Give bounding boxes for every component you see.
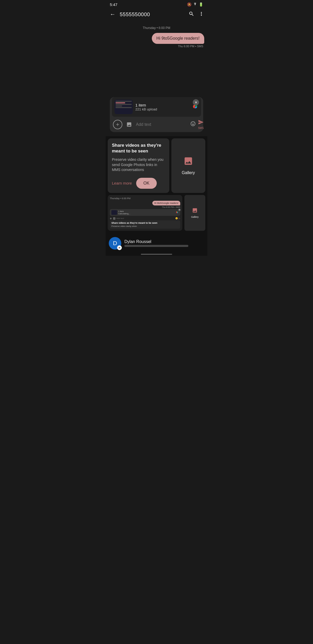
more-options-button[interactable] [198, 11, 204, 18]
compose-wrapper: 1 item 221 kB upload ✕ [110, 97, 203, 132]
gallery-icon [183, 156, 193, 168]
contact-detail [124, 245, 188, 247]
notification-muted-icon: 🔕 [187, 2, 191, 7]
contact-name: Dylan Roussel [124, 239, 204, 244]
preview-compose-text: Add text [116, 217, 174, 220]
send-icon [198, 119, 204, 127]
contact-item: D Dylan Roussel [109, 235, 204, 252]
preview-gallery-label: Gallery [191, 216, 199, 218]
feature-card-actions: Learn more OK [112, 178, 165, 189]
preview-photos-icon [176, 211, 179, 214]
contacts-area: D Dylan Roussel [106, 233, 207, 252]
gallery-panel[interactable]: Gallery [171, 138, 205, 193]
panels-area: Share videos as they're meant to be seen… [106, 136, 207, 195]
back-button[interactable]: ← [109, 10, 117, 19]
message-area: Thursday • 6:00 PM Hi 9to5Google readers… [106, 22, 207, 95]
send-label: SMS [198, 127, 204, 129]
preview-upload-mini: 1 item Calculating... ✕ [110, 209, 180, 216]
upload-thumbnail [115, 100, 133, 114]
battery-icon: 🔋 [199, 2, 203, 7]
preview-compose-mini: ⊕ 🖼 Add text 😊 ▷ [110, 217, 180, 220]
preview-feature-title: Share videos as they're meant to be seen [111, 222, 179, 224]
upload-attachment: 1 item 221 kB upload ✕ [112, 97, 201, 117]
search-button[interactable] [189, 11, 194, 18]
conversation-title: 5555550000 [120, 11, 185, 17]
preview-thumb [111, 210, 117, 215]
ok-button[interactable]: OK [136, 178, 157, 189]
timestamp-label: Thursday • 6:00 PM [109, 26, 204, 30]
upload-count: 1 item [135, 103, 189, 107]
contact-photos-badge [117, 245, 122, 250]
preview-upload-text: 1 item Calculating... [118, 210, 174, 215]
preview-gallery-icon [192, 208, 198, 215]
compose-input[interactable] [136, 122, 188, 127]
preview-compose-gallery-icon: 🖼 [113, 217, 115, 220]
wifi-icon [193, 2, 197, 7]
nav-actions [189, 11, 204, 18]
preview-gallery-mini: Gallery [184, 195, 205, 231]
message-bubble[interactable]: Hi 9to5Google readers! [152, 33, 204, 44]
gallery-button[interactable] [124, 120, 134, 129]
preview-meta: Thu 6:00 PM • SMS [110, 206, 180, 208]
contact-initial: D [113, 240, 117, 247]
send-button[interactable]: SMS [198, 119, 204, 129]
feature-card-description: Preserve video clarity when you send Goo… [112, 157, 165, 173]
contact-info: Dylan Roussel [124, 239, 204, 247]
preview-main-card: Thursday • 6:00 PM Hi 9to5Google readers… [108, 195, 182, 231]
preview-compose-actions: 😊 ▷ [175, 217, 180, 220]
nav-bar: ← 5555550000 [106, 8, 207, 22]
status-icons: 🔕 🔋 [187, 2, 203, 7]
compose-bar: SMS [110, 117, 203, 132]
feature-card: Share videos as they're meant to be seen… [108, 138, 169, 193]
preview-close-x: ✕ [178, 209, 181, 211]
status-time: 5:47 [110, 2, 117, 7]
upload-size: 221 kB upload [135, 107, 189, 111]
message-meta: Thu 6:00 PM • SMS [178, 45, 204, 48]
sent-message: Hi 9to5Google readers! Thu 6:00 PM • SMS [109, 33, 204, 48]
preview-feature-card: Share videos as they're meant to be seen… [110, 220, 180, 229]
preview-feature-desc: Preserve video clarity when [111, 225, 179, 227]
upload-close-button[interactable]: ✕ [193, 99, 199, 105]
home-indicator [106, 252, 207, 256]
emoji-button[interactable] [190, 121, 196, 128]
upload-info: 1 item 221 kB upload [135, 103, 189, 111]
preview-compose-icon: ⊕ [110, 217, 112, 220]
home-bar [141, 254, 172, 255]
contact-avatar: D [109, 237, 121, 250]
status-bar: 5:47 🔕 🔋 [106, 0, 207, 8]
preview-timestamp: Thursday • 6:00 PM [110, 197, 180, 200]
gallery-label: Gallery [182, 170, 195, 175]
preview-bubble: Hi 9to5Google readers! [152, 201, 180, 205]
preview-section: Thursday • 6:00 PM Hi 9to5Google readers… [106, 195, 207, 233]
feature-card-title: Share videos as they're meant to be seen [112, 143, 165, 154]
add-attachment-button[interactable] [113, 120, 122, 129]
learn-more-button[interactable]: Learn more [112, 181, 132, 185]
